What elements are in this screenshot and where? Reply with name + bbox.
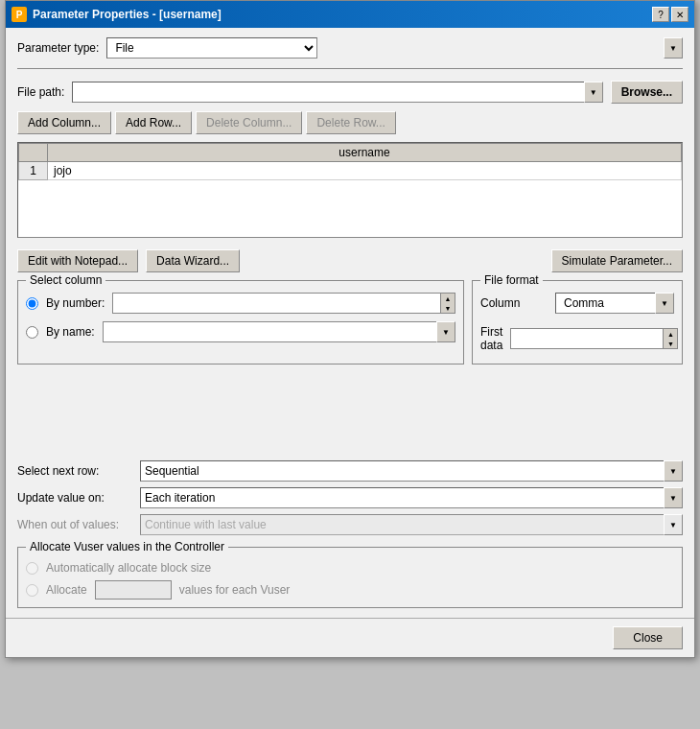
settings-section: Select next row: Sequential ▼ Update val…	[17, 460, 683, 535]
param-type-combo-wrapper: File ▼	[106, 37, 683, 59]
allocate-inner: Automatically allocate block size Alloca…	[26, 561, 674, 600]
update-value-select[interactable]: Each iteration	[140, 487, 683, 508]
param-type-label: Parameter type:	[17, 41, 99, 55]
auto-allocate-label: Automatically allocate block size	[46, 561, 211, 575]
file-path-input[interactable]: username.dat	[72, 82, 602, 103]
param-type-select[interactable]: File	[106, 37, 317, 59]
help-button[interactable]: ?	[652, 7, 669, 22]
file-format-group: File format Column Comma ▼	[472, 280, 683, 364]
parameter-properties-dialog: P Parameter Properties - [username] ? ✕ …	[5, 0, 695, 658]
allocate-label: Allocate	[46, 583, 87, 597]
select-column-group: Select column By number: 1 ▲ ▼	[17, 280, 464, 364]
by-number-spin-arrows: ▲ ▼	[440, 293, 455, 314]
first-data-input[interactable]: 1	[510, 328, 663, 349]
title-controls: ? ✕	[652, 7, 688, 22]
update-value-row: Update value on: Each iteration ▼	[17, 487, 683, 508]
close-button[interactable]: Close	[613, 626, 683, 649]
select-next-row-row: Select next row: Sequential ▼	[17, 460, 683, 482]
select-next-row-label: Select next row:	[17, 464, 132, 478]
when-out-label: When out of values:	[17, 518, 132, 531]
by-name-row: By name: ▼	[26, 321, 455, 342]
table-row: 1 jojo	[19, 162, 682, 180]
table-col-username: username	[48, 144, 682, 162]
by-name-input[interactable]	[103, 321, 455, 342]
update-value-wrapper: Each iteration ▼	[140, 487, 683, 508]
auto-allocate-row: Automatically allocate block size	[26, 561, 674, 575]
first-data-label: First data	[480, 325, 502, 352]
update-value-label: Update value on:	[17, 491, 132, 505]
select-next-row-select[interactable]: Sequential	[140, 460, 683, 482]
when-out-row: When out of values: Continue with last v…	[17, 514, 683, 535]
column-arrow[interactable]: ▼	[655, 293, 674, 314]
allocate-title: Allocate Vuser values in the Controller	[26, 540, 228, 553]
format-column-row: Column Comma ▼	[480, 293, 674, 314]
param-type-row: Parameter type: File ▼	[17, 37, 683, 59]
add-row-button[interactable]: Add Row...	[115, 111, 192, 134]
by-number-row: By number: 1 ▲ ▼	[26, 293, 455, 314]
select-column-title: Select column	[26, 273, 105, 287]
browse-button[interactable]: Browse...	[611, 81, 683, 104]
when-out-wrapper: Continue with last value ▼	[140, 514, 683, 535]
param-type-arrow[interactable]: ▼	[664, 37, 683, 59]
first-data-spin: 1 ▲ ▼	[510, 328, 678, 349]
select-next-row-wrapper: Sequential ▼	[140, 460, 683, 482]
by-number-spin: 1 ▲ ▼	[112, 293, 455, 314]
toolbar-row: Add Column... Add Row... Delete Column..…	[17, 111, 683, 134]
table-row-num: 1	[19, 162, 48, 180]
data-table: username 1 jojo	[18, 143, 682, 180]
dialog-body: Parameter type: File ▼ File path: userna…	[6, 28, 694, 618]
column-format-label: Column	[480, 296, 548, 310]
file-path-row: File path: username.dat ▼ Browse...	[17, 81, 683, 104]
spacer	[17, 372, 683, 449]
by-number-down[interactable]: ▼	[441, 303, 455, 313]
first-data-row: First data 1 ▲ ▼	[480, 325, 674, 352]
file-format-inner: Column Comma ▼ First data 1	[480, 293, 674, 356]
by-number-up[interactable]: ▲	[441, 294, 455, 303]
delete-column-button[interactable]: Delete Column...	[196, 111, 302, 134]
when-out-select[interactable]: Continue with last value	[140, 514, 683, 535]
column-combo-wrapper: Comma ▼	[555, 293, 674, 314]
manual-allocate-row: Allocate values for each Vuser	[26, 580, 674, 600]
select-column-inner: By number: 1 ▲ ▼ By name:	[26, 293, 455, 342]
by-name-arrow[interactable]: ▼	[436, 321, 455, 342]
delete-row-button[interactable]: Delete Row...	[306, 111, 395, 134]
allocate-group: Allocate Vuser values in the Controller …	[17, 547, 683, 608]
first-data-spin-arrows: ▲ ▼	[663, 328, 678, 349]
dialog-icon: P	[12, 7, 27, 22]
file-path-label: File path:	[17, 85, 64, 99]
allocate-values-label: values for each Vuser	[179, 583, 291, 597]
file-format-title: File format	[480, 273, 543, 287]
by-name-label: By name:	[46, 325, 95, 339]
separator-1	[17, 68, 683, 69]
edit-notepad-button[interactable]: Edit with Notepad...	[17, 249, 138, 272]
simulate-button[interactable]: Simulate Parameter...	[551, 249, 683, 272]
title-bar: P Parameter Properties - [username] ? ✕	[6, 1, 694, 28]
first-data-up[interactable]: ▲	[664, 329, 677, 339]
by-name-combo-wrapper: ▼	[103, 321, 455, 342]
allocate-input[interactable]	[95, 580, 172, 600]
dialog-title: Parameter Properties - [username]	[33, 8, 646, 21]
panels-row: Select column By number: 1 ▲ ▼	[17, 280, 683, 364]
by-number-label: By number:	[46, 296, 105, 310]
data-table-container: username 1 jojo	[17, 142, 683, 238]
file-path-combo-wrapper: username.dat ▼	[72, 82, 602, 103]
table-header-row: username	[19, 144, 682, 162]
close-title-button[interactable]: ✕	[671, 7, 688, 22]
by-name-radio[interactable]	[26, 326, 38, 339]
auto-allocate-radio[interactable]	[26, 562, 38, 575]
file-path-arrow[interactable]: ▼	[584, 82, 603, 103]
table-row-num-header	[19, 144, 48, 162]
data-wizard-button[interactable]: Data Wizard...	[146, 249, 240, 272]
by-number-radio[interactable]	[26, 297, 38, 310]
manual-allocate-radio[interactable]	[26, 584, 38, 597]
footer: Close	[6, 618, 694, 657]
bottom-toolbar: Edit with Notepad... Data Wizard... Simu…	[17, 249, 683, 272]
by-number-input[interactable]: 1	[112, 293, 440, 314]
table-cell-username[interactable]: jojo	[48, 162, 682, 180]
add-column-button[interactable]: Add Column...	[17, 111, 111, 134]
first-data-down[interactable]: ▼	[664, 339, 677, 348]
